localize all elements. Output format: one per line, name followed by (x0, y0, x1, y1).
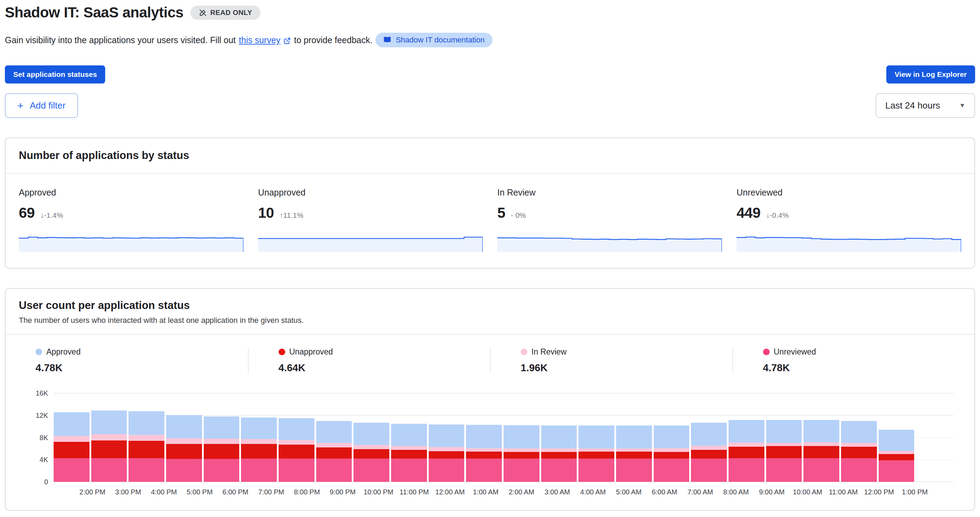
applications-by-status-card: Number of applications by status Approve… (5, 138, 975, 269)
stacked-bar-8-00-pm (278, 418, 315, 482)
stat-delta: ↑11.1% (280, 211, 304, 219)
edit-off-icon (199, 9, 207, 17)
segment-approved (541, 425, 577, 449)
stacked-bar-6-00-pm (204, 417, 240, 482)
bar-slot (766, 393, 804, 482)
legend-name: In Review (531, 347, 566, 357)
legend-item-header: Unapproved (278, 347, 490, 357)
stacked-bar-11-00-pm (391, 424, 427, 482)
legend-item-in-review[interactable]: In Review1.96K (490, 347, 732, 374)
bar-slot (916, 393, 953, 482)
segment-in-review (91, 434, 127, 441)
segment-in-review (541, 449, 577, 452)
legend-value: 4.78K (763, 362, 975, 374)
time-range-select[interactable]: Last 24 hours ▼ (875, 93, 975, 118)
x-axis-tick: 11:00 AM (826, 488, 861, 496)
segment-unapproved (766, 446, 802, 458)
action-row: Set application statuses View in Log Exp… (5, 65, 975, 84)
sparkline-in-review (497, 232, 722, 252)
page-description: Gain visibility into the applications yo… (5, 33, 975, 47)
view-in-log-explorer-button[interactable]: View in Log Explorer (886, 65, 975, 84)
segment-approved (429, 425, 465, 447)
segment-approved (504, 425, 539, 449)
segment-unapproved (204, 444, 240, 459)
segment-approved (466, 425, 502, 448)
segment-approved (316, 421, 352, 443)
survey-link[interactable]: this survey (239, 35, 280, 45)
segment-in-review (316, 443, 352, 447)
stat-value: 10 (258, 205, 274, 221)
user-count-title: User count per application status (19, 299, 961, 312)
bar-slot (391, 393, 429, 482)
shadow-it-documentation-link[interactable]: Shadow IT documentation (375, 33, 492, 47)
bar-slot (504, 393, 541, 482)
y-axis-tick: 8K (40, 433, 48, 441)
segment-in-review (691, 446, 727, 449)
sparkline-unreviewed (737, 232, 961, 252)
x-axis-tick: 7:00 AM (682, 488, 718, 496)
segment-unapproved (803, 446, 839, 458)
legend-name: Unapproved (290, 347, 333, 357)
segment-in-review (466, 448, 502, 452)
segment-unapproved (841, 447, 877, 458)
segment-in-review (616, 449, 652, 452)
segment-in-review (841, 443, 877, 446)
time-range-value: Last 24 hours (885, 100, 940, 111)
segment-in-review (766, 443, 802, 446)
bar-slot (278, 393, 316, 482)
segment-approved (204, 417, 240, 439)
bar-slot (54, 393, 91, 482)
segment-approved (729, 420, 764, 442)
legend-item-unapproved[interactable]: Unapproved4.64K (248, 347, 490, 374)
segment-unapproved (316, 447, 352, 458)
user-count-header: User count per application status The nu… (6, 289, 974, 335)
segment-unapproved (466, 452, 502, 458)
stacked-bar-1-00-am (466, 425, 502, 482)
segment-approved (766, 420, 802, 442)
segment-in-review (504, 449, 539, 452)
stat-label: Unapproved (258, 187, 483, 198)
stacked-bar-5-00-am (616, 425, 652, 482)
segment-approved (803, 420, 839, 442)
segment-approved (241, 417, 277, 439)
segment-unreviewed (466, 458, 502, 482)
legend-item-approved[interactable]: Approved4.78K (6, 347, 248, 374)
segment-in-review (391, 446, 427, 450)
set-application-statuses-button[interactable]: Set application statuses (5, 65, 105, 84)
stat-label: Unreviewed (737, 187, 961, 198)
stat-label: In Review (497, 187, 722, 198)
segment-in-review (166, 438, 202, 444)
segment-approved (654, 425, 690, 448)
stacked-bar-3-00-am (541, 425, 577, 482)
segment-unreviewed (278, 458, 315, 482)
x-axis-labels: 2:00 PM3:00 PM4:00 PM5:00 PM6:00 PM7:00 … (75, 488, 933, 496)
bar-slot (429, 393, 466, 482)
bar-slot (466, 393, 504, 482)
stacked-bar-2-00-am (504, 425, 539, 482)
stat-value-row: 69↓-1.4% (19, 205, 243, 221)
segment-approved (166, 415, 202, 438)
segment-unapproved (691, 450, 727, 459)
add-filter-button[interactable]: + Add filter (5, 93, 78, 118)
segment-unreviewed (204, 459, 240, 482)
segment-approved (841, 421, 877, 443)
stat-in-review: In Review5- 0% (497, 187, 722, 252)
segment-approved (129, 411, 164, 435)
segment-unreviewed (616, 458, 652, 482)
segment-unapproved (616, 452, 652, 458)
legend-item-unreviewed[interactable]: Unreviewed4.78K (732, 347, 975, 374)
stacked-bar-chart: 16K12K8K4K0 2:00 PM3:00 PM4:00 PM5:00 PM… (6, 384, 974, 510)
segment-approved (879, 430, 915, 451)
segment-unapproved (579, 452, 614, 458)
segment-in-review (278, 440, 315, 445)
stacked-bar-12-00-am (429, 425, 465, 482)
segment-in-review (879, 451, 915, 454)
stacked-bar-9-00-pm (316, 421, 352, 482)
segment-unreviewed (803, 458, 839, 482)
read-only-badge: READ ONLY (191, 6, 261, 20)
bar-slot (654, 393, 691, 482)
page-header: Shadow IT: SaaS analytics READ ONLY (5, 4, 975, 21)
segment-unapproved (729, 447, 764, 458)
x-axis-tick: 12:00 AM (432, 488, 468, 496)
stacked-bar-3-00-pm (91, 411, 127, 482)
